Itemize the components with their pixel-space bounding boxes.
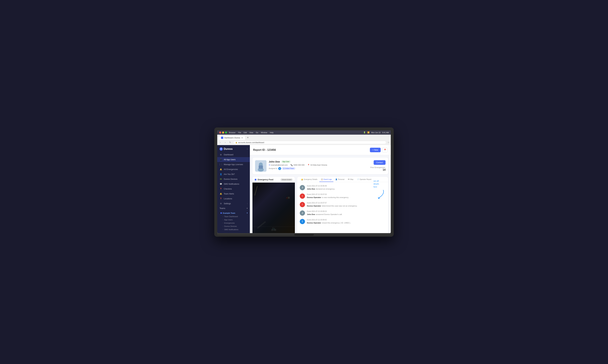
user-avatar (255, 160, 266, 172)
prior-emergencies-count: 14 (370, 169, 385, 171)
event-text-body: determined this case was not an emergenc… (322, 205, 357, 207)
prior-emergencies-label: Prior Emergencies: (370, 167, 385, 169)
event-label: Event (307, 185, 311, 187)
sidebar-item-team-alerts[interactable]: 🔔 Team Alerts (217, 191, 250, 196)
refresh-button[interactable]: ↻ (228, 141, 232, 144)
event-text-body: answered Duress Operator's call. (316, 213, 342, 215)
sidebar-item-checkins[interactable]: 📍 Checkins (217, 186, 250, 191)
sidebar-item-all-emergencies[interactable]: 🔔 All Emergencies (217, 167, 250, 172)
settings-chevron-icon: › (247, 203, 248, 204)
sidebar: D Duress ‹ ⊞ Dashboard 📱 All App Users ⋮… (217, 145, 250, 233)
example-team-section: Example Team ▾ • Team Dashboard • App Us… (217, 211, 250, 232)
tab-emergency-details[interactable]: 🔔 Emergency Details (299, 177, 319, 182)
avatar: J (300, 185, 305, 190)
example-team-label: Example Team (223, 212, 235, 214)
user-card: John Doe App User ✉ example@email.com 📞 … (252, 158, 388, 174)
sidebar-item-dashboard[interactable]: ⊞ Dashboard (217, 152, 250, 157)
table-row: i Event 2021-07-21 03:09:42 Duress Opera… (297, 217, 388, 226)
avatar: ! (300, 202, 305, 207)
new-tab-button[interactable]: + (246, 136, 250, 140)
active-tab[interactable]: Dashboard | Duress ✕ (219, 136, 245, 140)
sidebar-item-locations[interactable]: 📍 Locations (217, 196, 250, 201)
menu-file[interactable]: File (238, 131, 241, 133)
sidebar-item-manage-app-licenses[interactable]: ⋮⋮ Manage App Licenses (217, 162, 250, 167)
menu-go[interactable]: Go (256, 131, 258, 133)
sidebar-item-team-app-users[interactable]: • App Users (217, 218, 250, 221)
map-icon: 🗺 (348, 179, 349, 180)
event-label: Event (307, 202, 311, 204)
sidebar-item-team-sms-notifications[interactable]: • SMS Notifications (217, 228, 250, 231)
sidebar-toggle[interactable]: ‹ (247, 148, 248, 150)
maximize-button[interactable] (225, 131, 227, 133)
sidebar-item-all-app-users[interactable]: 📱 All App Users (217, 157, 250, 162)
report-id: Report ID - 123456 (253, 148, 276, 151)
sms-icon: 💬 (220, 183, 222, 185)
contact-button[interactable]: Contact (374, 160, 385, 165)
assigned-to: Assigned to Q Q United Team (269, 167, 368, 170)
video-controls: ▶ 🔊 ⛶ (252, 233, 295, 233)
email-text: example@email.com (271, 164, 288, 166)
dashboard-icon: ⊞ (220, 153, 222, 156)
example-team-header[interactable]: Example Team ▾ (217, 211, 250, 215)
logo-icon: D (220, 147, 223, 151)
back-button[interactable]: ‹ (219, 141, 222, 144)
sidebar-item-are-you-ok[interactable]: 👤 Are You Ok? (217, 172, 250, 177)
location-icon: 📍 (383, 149, 386, 151)
feed-title: Emergency Feed (258, 179, 279, 181)
phone-text: 0400 000 000 (293, 164, 304, 166)
minimize-button[interactable] (222, 131, 224, 133)
team-sms-notifications-label: SMS Notifications (224, 229, 238, 231)
tab-operator-report[interactable]: 📄 Operator Report (355, 177, 373, 182)
traffic-lights (219, 131, 227, 133)
sidebar-header: D Duress ‹ (217, 145, 250, 152)
event-actor: John Doe (307, 188, 315, 190)
sidebar-item-sms-notifications[interactable]: 💬 SMS Notifications (217, 182, 250, 186)
sidebar-item-team-dashboard[interactable]: • Team Dashboard (217, 215, 250, 218)
tab-event-logs[interactable]: 📋 Event Logs (319, 177, 333, 182)
sidebar-item-checkins-label: Checkins (224, 188, 232, 190)
tab-personal[interactable]: 👤 Personal (334, 177, 346, 182)
team-badge: Q United Team (282, 167, 295, 170)
event-text-body: declared an emergency. (316, 188, 335, 190)
feed-video: 🚛 🚲 ▶ (252, 182, 295, 233)
sidebar-item-duress-devices[interactable]: 📟 Duress Devices (217, 177, 250, 182)
menu-browser[interactable]: Browser (229, 131, 236, 133)
emergency-feed: Emergency Feed Stream Ended 🚛 (252, 177, 295, 233)
event-label: Event (307, 210, 311, 212)
forward-button[interactable]: › (224, 141, 227, 144)
team-emergencies-label: Emergencies (224, 222, 235, 224)
sidebar-item-settings[interactable]: ⚙ Settings › (217, 201, 250, 206)
menu-help[interactable]: Help (270, 131, 274, 133)
sidebar-item-manage-app-licenses-label: Manage App Licenses (224, 163, 243, 166)
url-text: accounts.duress.com/dashboard (238, 142, 264, 143)
location-button[interactable]: 📍 (382, 147, 387, 153)
bookmark-button[interactable]: ☆ (387, 141, 389, 143)
bullet-icon: • (223, 225, 223, 227)
event-actor: Duress Operator (307, 205, 321, 207)
sidebar-item-all-app-users-label: All App Users (224, 158, 236, 161)
user-location: 📍 St Kilda East Victoria (307, 164, 327, 166)
teams-section-label: Teams (220, 207, 225, 209)
event-time: 2021-07-21 03:06:48 (312, 185, 327, 187)
sidebar-item-team-emergencies[interactable]: • Emergencies (217, 221, 250, 225)
tab-emergency-details-label: Emergency Details (304, 179, 317, 180)
menu-view[interactable]: View (249, 131, 253, 133)
tab-close-button[interactable]: ✕ (241, 137, 243, 139)
panels-row: Emergency Feed Stream Ended 🚛 (252, 177, 388, 233)
tab-map[interactable]: 🗺 Map (346, 177, 355, 182)
menu-window[interactable]: Window (261, 131, 267, 133)
sidebar-item-team-duress-devices[interactable]: • Duress Devices (217, 225, 250, 228)
new-button[interactable]: + New (370, 148, 381, 152)
event-text-body: is now monitoring this emergency. (322, 196, 349, 198)
personal-icon: 👤 (335, 179, 337, 180)
menu-edit[interactable]: Edit (244, 131, 247, 133)
example-team-chevron-icon: ▾ (247, 212, 248, 214)
address-bar[interactable]: 🔒 accounts.duress.com/dashboard (233, 141, 386, 144)
are-you-ok-icon: 👤 (220, 173, 222, 176)
teams-header[interactable]: Teams ▾ (217, 206, 250, 211)
details-tabs: 🔔 Emergency Details 📋 Event Logs 👤 Perso… (297, 177, 388, 182)
event-timestamp: Event 2021-07-21 03:07:57 (307, 202, 385, 204)
sidebar-item-sms-notifications-label: SMS Notifications (224, 183, 239, 185)
tab-operator-report-label: Operator Report (360, 179, 371, 180)
close-button[interactable] (219, 131, 221, 133)
